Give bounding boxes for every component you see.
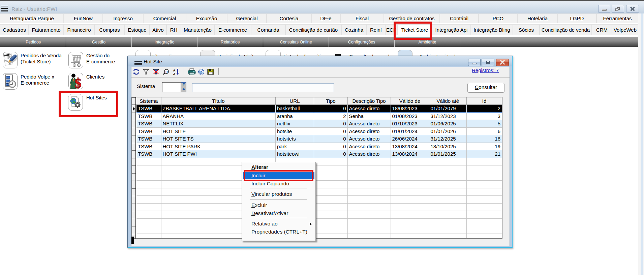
svg-text:IA: IA	[200, 70, 203, 74]
svg-text:n: n	[165, 69, 168, 73]
svg-text:$: $	[75, 75, 82, 89]
svg-text:Z: Z	[173, 72, 175, 75]
